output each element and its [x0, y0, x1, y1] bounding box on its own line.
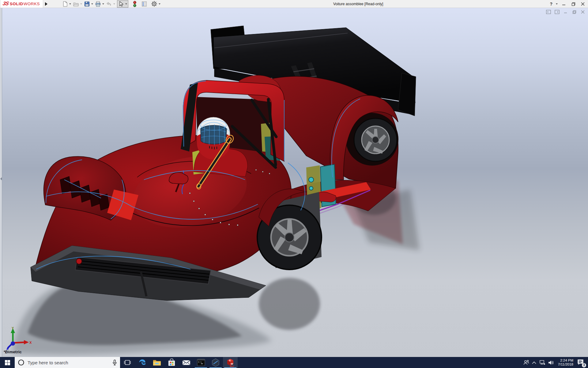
taskbar-icon-file-explorer[interactable]	[149, 357, 164, 368]
save-dropdown-icon[interactable]	[91, 3, 93, 5]
cortana-icon	[18, 359, 24, 366]
open-dropdown-icon[interactable]	[80, 3, 82, 5]
clock-time: 2:24 PM	[558, 358, 573, 362]
toggle-right-pane-button[interactable]	[554, 10, 560, 14]
triad-y-label: Y	[12, 326, 14, 330]
minimize-button[interactable]	[560, 1, 567, 7]
volume-icon[interactable]	[548, 360, 554, 365]
file-properties-button[interactable]	[141, 1, 148, 7]
right-front-wheel[interactable]	[257, 189, 322, 270]
solidworks-logo[interactable]: 3S SOLID WORKS	[0, 0, 43, 8]
select-tool-button[interactable]	[117, 0, 128, 8]
cmd-prompt-label: C:\	[198, 361, 202, 363]
taskbar-icon-command-prompt[interactable]: C:\	[194, 357, 208, 368]
rebuild-button[interactable]	[132, 0, 138, 8]
solidworks-logo-glyph: 3S	[2, 1, 9, 7]
driver-helmet	[197, 117, 230, 159]
task-view-button[interactable]	[120, 357, 135, 368]
taskbar-icon-hexagon-app[interactable]	[208, 357, 223, 368]
doc-close-button[interactable]	[580, 10, 586, 14]
microphone-icon[interactable]	[112, 359, 117, 366]
start-button[interactable]	[0, 357, 15, 368]
taskbar: C:\ S W 2017 2:24 PM 7/11	[0, 357, 588, 368]
select-dropdown-icon[interactable]	[125, 3, 127, 5]
help-dropdown-icon[interactable]	[556, 3, 558, 5]
brand-works: WORKS	[24, 2, 40, 6]
save-button[interactable]	[83, 1, 94, 7]
new-document-button[interactable]	[62, 1, 72, 7]
taskbar-icon-edge[interactable]	[135, 357, 149, 368]
sw-icon-letter-s: S	[229, 359, 231, 362]
action-center-button[interactable]: 3	[577, 359, 585, 366]
people-icon[interactable]	[523, 360, 529, 365]
print-dropdown-icon[interactable]	[102, 3, 104, 5]
menu-flyout-arrow-icon[interactable]	[44, 1, 49, 7]
close-button[interactable]	[579, 1, 586, 7]
titlebar: 3S SOLID WORKS	[0, 0, 588, 8]
clock-date: 7/11/2018	[558, 362, 573, 366]
doc-minimize-button[interactable]	[563, 10, 568, 14]
options-dropdown-icon[interactable]	[159, 3, 160, 5]
help-button[interactable]: ?	[550, 2, 552, 6]
document-window-controls	[546, 10, 586, 14]
taskbar-search[interactable]	[15, 357, 120, 368]
taskbar-clock[interactable]: 2:24 PM 7/11/2018	[557, 358, 575, 366]
taskbar-icon-solidworks-2017[interactable]: S W 2017	[223, 357, 238, 368]
restore-button[interactable]	[570, 1, 577, 7]
network-icon[interactable]	[539, 360, 545, 365]
graphics-area[interactable]: Y X Z *Dimetric	[0, 8, 588, 357]
triad-x-label: X	[29, 341, 32, 344]
view-orientation-label: *Dimetric	[4, 350, 22, 354]
window-controls: ?	[550, 0, 586, 8]
hidden-icons-chevron-icon[interactable]	[532, 361, 536, 364]
sw-icon-year: 2017	[230, 365, 234, 367]
tow-hook	[76, 259, 82, 264]
undo-dropdown-icon[interactable]	[113, 3, 115, 5]
open-button[interactable]	[72, 1, 83, 7]
doc-restore-button[interactable]	[571, 10, 577, 14]
taskbar-icon-mail[interactable]	[179, 357, 194, 368]
collapse-pane-arrow-icon[interactable]	[0, 177, 2, 180]
window-title: Voiture assomblee [Read-only]	[333, 0, 383, 8]
toggle-left-pane-button[interactable]	[546, 10, 551, 14]
options-button[interactable]	[150, 0, 161, 7]
undo-button[interactable]	[105, 1, 116, 7]
notification-badge: 3	[582, 363, 586, 367]
new-document-dropdown-icon[interactable]	[69, 3, 71, 5]
taskbar-icon-microsoft-store[interactable]	[164, 357, 179, 368]
print-button[interactable]	[94, 1, 105, 7]
system-tray: 2:24 PM 7/11/2018 3	[523, 357, 588, 368]
feature-tree-splitter[interactable]	[0, 8, 2, 357]
search-input[interactable]	[28, 360, 109, 365]
3d-model-scene[interactable]	[0, 8, 588, 357]
brand-solid: SOLID	[10, 2, 23, 6]
right-rear-wheel[interactable]	[354, 118, 397, 161]
quick-access-toolbar	[62, 0, 161, 8]
